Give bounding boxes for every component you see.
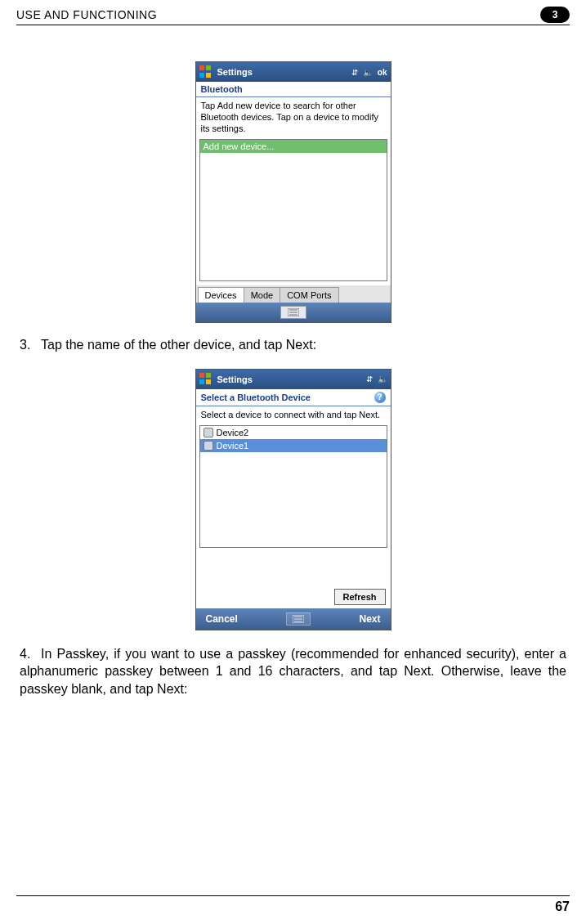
cancel-button[interactable]: Cancel	[206, 613, 238, 625]
titlebar-text: Settings	[217, 67, 351, 77]
help-icon[interactable]: ?	[374, 392, 386, 403]
keyboard-icon	[288, 308, 299, 316]
screenshot-select-device: Settings ⇵ 🔈 Select a Bluetooth Device ?…	[16, 369, 570, 630]
step-3: 3.Tap the name of the other device, and …	[16, 336, 570, 354]
volume-icon[interactable]: 🔈	[363, 68, 373, 77]
device-icon	[204, 441, 213, 451]
step-3-number: 3.	[20, 336, 41, 354]
page-number: 67	[555, 899, 570, 913]
start-icon[interactable]	[199, 65, 212, 78]
page-footer: 67	[16, 895, 570, 914]
step-4: 4.In Passkey, if you want to use a passk…	[16, 645, 570, 698]
titlebar-text: Settings	[217, 375, 366, 384]
instruction-text: Tap Add new device to search for other B…	[196, 97, 391, 139]
titlebar: Settings ⇵ 🔈	[196, 370, 391, 389]
chapter-badge: 3	[540, 7, 570, 23]
device-icon	[204, 428, 213, 437]
list-item-label: Device1	[217, 441, 249, 451]
titlebar-icons: ⇵ 🔈	[366, 375, 387, 384]
refresh-button[interactable]: Refresh	[334, 589, 386, 605]
page-header: USE AND FUNCTIONING 3	[16, 7, 570, 25]
start-icon[interactable]	[199, 373, 212, 386]
section-title: USE AND FUNCTIONING	[16, 8, 157, 21]
screenshot-bluetooth-devices: Settings ⇵ 🔈 ok Bluetooth Tap Add new de…	[16, 61, 570, 323]
titlebar-icons: ⇵ 🔈 ok	[351, 68, 387, 77]
list-item[interactable]: Device1	[200, 439, 387, 452]
sip-keyboard-button[interactable]	[286, 612, 311, 626]
refresh-row: Refresh	[196, 585, 391, 608]
step-4-text: In Passkey, if you want to use a passkey…	[20, 647, 566, 696]
step-4-number: 4.	[20, 645, 41, 663]
device-screen: Settings ⇵ 🔈 Select a Bluetooth Device ?…	[195, 369, 391, 630]
instruction-text: Select a device to connect with and tap …	[196, 406, 391, 426]
connectivity-icon[interactable]: ⇵	[351, 68, 358, 77]
list-item-add-new[interactable]: Add new device...	[200, 140, 387, 153]
sip-bar	[196, 303, 391, 322]
list-item-label: Device2	[217, 428, 249, 437]
screen-subtitle: Bluetooth	[196, 82, 391, 97]
titlebar: Settings ⇵ 🔈 ok	[196, 62, 391, 82]
keyboard-icon	[293, 615, 304, 623]
step-3-text: Tap the name of the other device, and ta…	[41, 338, 316, 352]
next-button[interactable]: Next	[359, 613, 380, 625]
device-listbox[interactable]: Add new device...	[199, 139, 387, 281]
device-listbox[interactable]: Device2 Device1	[199, 425, 387, 548]
list-item[interactable]: Device2	[200, 426, 387, 439]
ok-button[interactable]: ok	[378, 68, 387, 77]
subtitle-label: Select a Bluetooth Device	[201, 392, 311, 402]
sip-keyboard-button[interactable]	[280, 306, 306, 319]
volume-icon[interactable]: 🔈	[378, 375, 387, 384]
menu-bar: Cancel Next	[196, 608, 391, 630]
connectivity-icon[interactable]: ⇵	[366, 375, 373, 384]
tab-devices[interactable]: Devices	[198, 287, 244, 303]
page-content: Settings ⇵ 🔈 ok Bluetooth Tap Add new de…	[16, 25, 570, 697]
tab-com-ports[interactable]: COM Ports	[280, 287, 338, 303]
device-screen: Settings ⇵ 🔈 ok Bluetooth Tap Add new de…	[195, 61, 391, 323]
screen-subtitle: Select a Bluetooth Device ?	[196, 389, 391, 406]
subtitle-label: Bluetooth	[201, 84, 243, 94]
tab-mode[interactable]: Mode	[244, 287, 281, 303]
tabs-row: Devices Mode COM Ports	[196, 285, 391, 303]
